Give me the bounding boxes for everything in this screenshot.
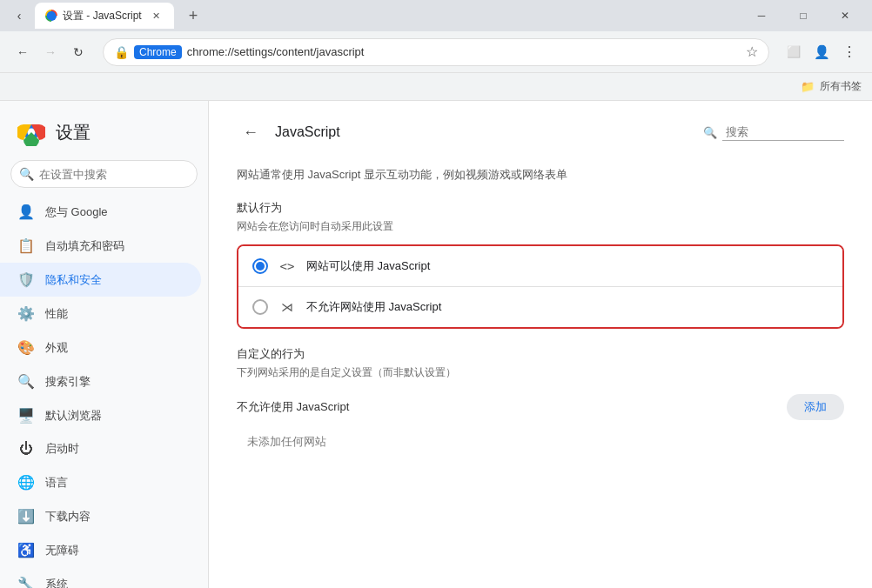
profile-btn[interactable]: 👤 [809, 40, 834, 64]
omnibox[interactable]: 🔒 Chrome chrome://settings/content/javas… [103, 38, 769, 66]
content-inner: ← JavaScript 🔍 网站通常使用 JavaScript 显示互动功能，… [209, 101, 872, 467]
sidebar-search-icon: 🔍 [19, 167, 34, 181]
sidebar-item-downloads[interactable]: ⬇️ 下载内容 [0, 499, 201, 533]
block-javascript-option[interactable]: ⋊ 不允许网站使用 JavaScript [238, 287, 842, 327]
sidebar-item-accessibility[interactable]: ♿ 无障碍 [0, 533, 201, 567]
sidebar-item-label: 外观 [45, 340, 68, 356]
sidebar-header: 设置 [0, 108, 208, 160]
options-group: <> 网站可以使用 JavaScript ⋊ 不允许网站使用 JavaScrip… [237, 244, 844, 329]
sidebar-item-startup[interactable]: ⏻ 启动时 [0, 432, 201, 465]
browser-icon: 🖥️ [17, 407, 35, 424]
sidebar-item-label: 搜索引擎 [45, 374, 91, 390]
sidebar-item-language[interactable]: 🌐 语言 [0, 465, 201, 499]
sidebar-item-label: 无障碍 [45, 543, 79, 558]
bookmarks-folder-icon: 📁 [801, 80, 815, 93]
titlebar: ‹ 设置 - JavaScript ✕ + ─ □ ✕ [0, 0, 872, 31]
refresh-btn[interactable]: ↻ [66, 40, 91, 64]
shield-icon: 🛡️ [17, 271, 35, 288]
minimize-btn[interactable]: ─ [741, 2, 781, 30]
sidebar-item-default-browser[interactable]: 🖥️ 默认浏览器 [0, 398, 201, 432]
new-tab-btn[interactable]: + [181, 3, 205, 28]
bookmark-star-icon[interactable]: ☆ [746, 43, 758, 60]
bookmark-bar: 📁 所有书签 [0, 73, 872, 101]
omnibox-secure-icon: 🔒 [114, 45, 129, 59]
downloads-icon: ⬇️ [17, 508, 35, 525]
add-block-site-btn[interactable]: 添加 [787, 394, 844, 420]
page-description: 网站通常使用 JavaScript 显示互动功能，例如视频游戏或网络表单 [237, 167, 844, 183]
chrome-logo-icon [17, 118, 45, 146]
nav-buttons: ← → ↻ [10, 40, 91, 64]
content-back-btn[interactable]: ← [237, 118, 265, 146]
sidebar-item-appearance[interactable]: 🎨 外观 [0, 331, 201, 364]
browser-toolbar: ← → ↻ 🔒 Chrome chrome://settings/content… [0, 31, 872, 73]
sidebar-title: 设置 [56, 121, 91, 144]
code-icon: <> [278, 259, 296, 273]
language-icon: 🌐 [17, 474, 35, 491]
sidebar-item-label: 启动时 [45, 441, 79, 457]
sidebar-item-privacy[interactable]: 🛡️ 隐私和安全 [0, 263, 201, 297]
sidebar-item-label: 您与 Google [45, 204, 108, 220]
settings-sidebar: 设置 🔍 👤 您与 Google 📋 自动填充和密码 🛡️ 隐私和安全 ⚙️ 性… [0, 101, 209, 588]
back-btn[interactable]: ← [10, 40, 35, 64]
sidebar-item-label: 隐私和安全 [45, 272, 102, 288]
content-header-left: ← JavaScript [237, 118, 340, 146]
sidebar-item-search[interactable]: 🔍 搜索引擎 [0, 364, 201, 398]
toolbar-right: ⬜ 👤 ⋮ [781, 40, 862, 64]
reader-mode-btn[interactable]: ⬜ [781, 40, 806, 64]
tab-scroll-left-btn[interactable]: ‹ [7, 3, 31, 28]
bookmarks-bar-label[interactable]: 所有书签 [820, 79, 862, 94]
sidebar-item-label: 性能 [45, 306, 68, 322]
sidebar-item-performance[interactable]: ⚙️ 性能 [0, 297, 201, 331]
sidebar-item-label: 默认浏览器 [45, 408, 102, 424]
sidebar-item-google[interactable]: 👤 您与 Google [0, 195, 201, 229]
sidebar-item-label: 系统 [45, 577, 68, 589]
active-tab[interactable]: 设置 - JavaScript ✕ [35, 3, 174, 29]
window-controls: ─ □ ✕ [741, 2, 865, 30]
sidebar-item-label: 语言 [45, 475, 68, 491]
tab-nav-arrows: ‹ [7, 3, 31, 28]
close-btn[interactable]: ✕ [825, 2, 865, 30]
person-icon: 👤 [17, 204, 35, 220]
block-javascript-radio[interactable] [252, 299, 268, 315]
appearance-icon: 🎨 [17, 339, 35, 356]
allow-javascript-option[interactable]: <> 网站可以使用 JavaScript [238, 246, 842, 287]
system-icon: 🔧 [17, 576, 35, 588]
forward-btn[interactable]: → [38, 40, 63, 64]
search-icon: 🔍 [17, 373, 35, 390]
sidebar-item-label: 下载内容 [45, 509, 91, 525]
tab-title: 设置 - JavaScript [63, 9, 143, 23]
menu-btn[interactable]: ⋮ [837, 40, 862, 64]
chrome-badge: Chrome [134, 45, 182, 59]
accessibility-icon: ♿ [17, 542, 35, 558]
sidebar-item-label: 自动填充和密码 [45, 238, 124, 254]
block-javascript-label: 不允许网站使用 JavaScript [306, 299, 441, 315]
allow-javascript-label: 网站可以使用 JavaScript [306, 258, 430, 274]
settings-search-box[interactable]: 🔍 [10, 160, 198, 188]
sidebar-item-system[interactable]: 🔧 系统 [0, 567, 201, 588]
default-behavior-label: 默认行为 [237, 200, 844, 216]
settings-search-input[interactable] [10, 160, 198, 188]
custom-behavior-sublabel: 下列网站采用的是自定义设置（而非默认设置） [237, 365, 844, 380]
omnibox-url: chrome://settings/content/javascript [187, 45, 741, 58]
allow-javascript-radio[interactable] [252, 258, 268, 274]
content-search-icon: 🔍 [703, 126, 717, 139]
block-section-label: 不允许使用 JavaScript [237, 399, 349, 415]
content-search-input[interactable] [722, 124, 844, 141]
performance-icon: ⚙️ [17, 305, 35, 322]
block-section-row: 不允许使用 JavaScript 添加 [237, 394, 844, 420]
sidebar-item-autofill[interactable]: 📋 自动填充和密码 [0, 229, 201, 263]
content-header: ← JavaScript 🔍 [237, 118, 844, 153]
tab-favicon [45, 10, 57, 22]
tab-close-btn[interactable]: ✕ [148, 8, 164, 23]
maximize-btn[interactable]: □ [783, 2, 823, 30]
empty-block-list-label: 未添加任何网站 [237, 427, 844, 450]
browser-content: 设置 🔍 👤 您与 Google 📋 自动填充和密码 🛡️ 隐私和安全 ⚙️ 性… [0, 101, 872, 588]
autofill-icon: 📋 [17, 237, 35, 254]
content-search-area: 🔍 [703, 124, 844, 141]
sidebar-nav: 👤 您与 Google 📋 自动填充和密码 🛡️ 隐私和安全 ⚙️ 性能 🎨 外… [0, 195, 208, 588]
page-title: JavaScript [275, 124, 340, 140]
block-code-icon: ⋊ [278, 300, 296, 314]
default-behavior-sublabel: 网站会在您访问时自动采用此设置 [237, 219, 844, 234]
radio-inner-dot [256, 262, 265, 271]
startup-icon: ⏻ [17, 441, 35, 457]
